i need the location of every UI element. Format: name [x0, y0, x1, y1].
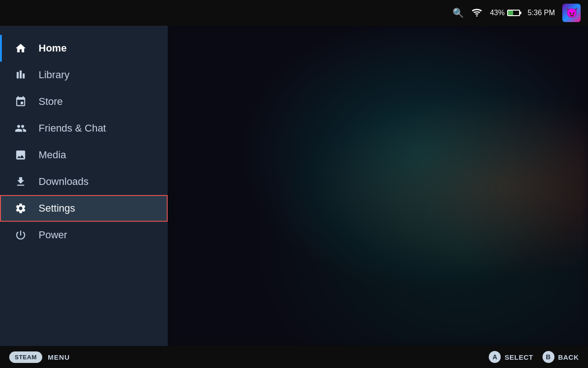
- sidebar-item-library[interactable]: Library: [0, 62, 168, 88]
- main-content: Home Library Store Friends & Chat: [0, 26, 588, 346]
- store-icon: [14, 95, 28, 109]
- battery-percent: 43%: [490, 9, 504, 17]
- sidebar-item-media-label: Media: [39, 149, 66, 161]
- home-icon: [14, 41, 28, 55]
- sidebar-item-store[interactable]: Store: [0, 88, 168, 115]
- sidebar-item-home[interactable]: Home: [0, 35, 168, 62]
- steam-button[interactable]: STEAM: [9, 351, 42, 363]
- sidebar-item-downloads-label: Downloads: [39, 176, 89, 188]
- sidebar-item-store-label: Store: [39, 96, 63, 108]
- back-hint: B BACK: [543, 351, 579, 363]
- power-icon: [14, 228, 28, 242]
- sidebar-item-settings-label: Settings: [39, 202, 75, 214]
- library-icon: [14, 68, 28, 82]
- settings-icon: [14, 201, 28, 215]
- sidebar-item-friends-label: Friends & Chat: [39, 122, 106, 134]
- sidebar-item-settings[interactable]: Settings: [0, 195, 168, 222]
- sidebar: Home Library Store Friends & Chat: [0, 26, 168, 346]
- downloads-icon: [14, 175, 28, 189]
- sidebar-item-friends[interactable]: Friends & Chat: [0, 115, 168, 142]
- game-background: [168, 26, 588, 346]
- background-blur: [168, 26, 588, 346]
- sidebar-item-power[interactable]: Power: [0, 222, 168, 248]
- back-label: BACK: [558, 353, 579, 361]
- bottom-right: A SELECT B BACK: [489, 351, 579, 363]
- search-icon[interactable]: 🔍: [452, 7, 464, 18]
- avatar[interactable]: 😈: [562, 4, 581, 22]
- time-display: 5:36 PM: [527, 9, 555, 17]
- friends-icon: [14, 121, 28, 135]
- wifi-icon: [471, 7, 482, 18]
- battery-section: 43%: [490, 9, 520, 17]
- select-hint: A SELECT: [489, 351, 533, 363]
- battery-bar: [507, 10, 520, 16]
- media-icon: [14, 148, 28, 162]
- topbar: 🔍 43% 5:36 PM 😈: [0, 0, 588, 26]
- bottombar: STEAM MENU A SELECT B BACK: [0, 346, 588, 368]
- bottom-left: STEAM MENU: [9, 351, 70, 363]
- sidebar-item-downloads[interactable]: Downloads: [0, 168, 168, 195]
- sidebar-item-power-label: Power: [39, 229, 67, 241]
- sidebar-item-library-label: Library: [39, 69, 69, 81]
- battery-fill: [508, 11, 513, 15]
- a-button: A: [489, 351, 501, 363]
- sidebar-item-media[interactable]: Media: [0, 142, 168, 168]
- svg-point-0: [476, 15, 478, 17]
- b-button: B: [543, 351, 554, 363]
- select-label: SELECT: [504, 353, 533, 361]
- sidebar-item-home-label: Home: [39, 42, 67, 54]
- menu-label: MENU: [48, 353, 70, 361]
